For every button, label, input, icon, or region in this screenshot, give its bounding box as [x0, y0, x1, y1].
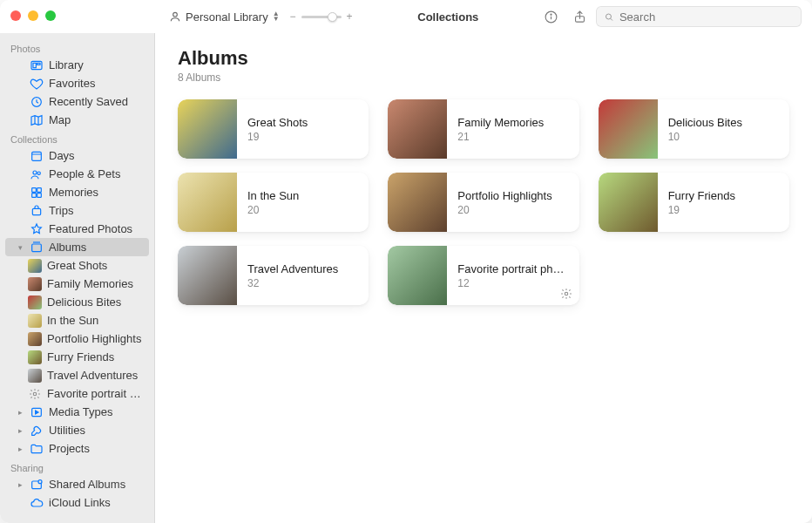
- album-card[interactable]: Favorite portrait photos 12: [388, 246, 579, 305]
- zoom-knob[interactable]: [328, 12, 337, 22]
- sidebar-item-trips[interactable]: Trips: [5, 201, 149, 220]
- share-button[interactable]: [572, 10, 587, 24]
- sidebar-album-portfolio-highlights[interactable]: Portfolio Highlights: [5, 329, 149, 348]
- svg-rect-18: [37, 193, 42, 197]
- map-icon: [30, 113, 44, 127]
- gear-icon: [28, 387, 42, 401]
- svg-point-26: [565, 292, 568, 295]
- page-subtitle: 8 Albums: [178, 71, 789, 84]
- sidebar-album-favorite-portrait[interactable]: Favorite portrait photos: [5, 384, 149, 403]
- sidebar-item-albums[interactable]: ▾ Albums: [5, 238, 149, 256]
- album-thumb-icon: [28, 259, 42, 273]
- cloud-icon: [30, 496, 44, 510]
- album-card[interactable]: Delicious Bites 10: [599, 99, 789, 159]
- bag-icon: [30, 204, 44, 218]
- clock-icon: [30, 95, 44, 109]
- sidebar-item-label: Travel Adventures: [47, 369, 138, 382]
- sidebar-item-label: Memories: [49, 186, 98, 199]
- album-card[interactable]: Great Shots 19: [178, 99, 369, 159]
- toolbar-title: Collections: [417, 10, 478, 24]
- album-count: 21: [457, 131, 568, 143]
- album-card[interactable]: In the Sun 20: [178, 173, 369, 232]
- album-cover: [388, 246, 447, 305]
- search-field[interactable]: [596, 6, 802, 27]
- svg-point-22: [33, 392, 37, 396]
- album-card[interactable]: Travel Adventures 32: [178, 246, 369, 305]
- person-icon: [169, 10, 181, 23]
- sidebar-item-days[interactable]: Days: [5, 146, 149, 165]
- album-card[interactable]: Furry Friends 19: [599, 173, 789, 232]
- svg-point-13: [33, 171, 37, 174]
- album-title: Travel Adventures: [247, 262, 358, 275]
- album-thumb-icon: [28, 369, 42, 383]
- zoom-slider[interactable]: − +: [290, 10, 353, 23]
- album-thumb-icon: [28, 295, 42, 309]
- sidebar-item-label: In the Sun: [47, 314, 98, 327]
- app-window: Personal Library ▲▼ − + Collections Phot…: [0, 0, 812, 523]
- album-thumb-icon: [28, 314, 42, 328]
- sidebar-item-people-pets[interactable]: People & Pets: [5, 165, 149, 183]
- folder-icon: [30, 442, 44, 456]
- sidebar-item-shared-albums[interactable]: ▸ Shared Albums: [5, 475, 149, 493]
- sidebar-album-travel-adventures[interactable]: Travel Adventures: [5, 366, 149, 384]
- memories-icon: [30, 186, 44, 200]
- album-count: 12: [457, 277, 568, 289]
- sidebar-item-media-types[interactable]: ▸ Media Types: [5, 403, 149, 421]
- chevron-right-icon[interactable]: ▸: [16, 426, 24, 435]
- sidebar-album-great-shots[interactable]: Great Shots: [5, 256, 149, 275]
- sidebar: Photos Library Favorites Recently Saved …: [0, 33, 155, 523]
- section-sharing: Sharing: [0, 458, 154, 475]
- sidebar-album-delicious-bites[interactable]: Delicious Bites: [5, 293, 149, 311]
- album-title: Delicious Bites: [668, 116, 779, 129]
- sidebar-item-memories[interactable]: Memories: [5, 183, 149, 201]
- svg-line-6: [611, 18, 612, 20]
- sidebar-item-label: Albums: [49, 241, 86, 254]
- chevron-up-down-icon: ▲▼: [273, 11, 280, 22]
- section-collections: Collections: [0, 129, 154, 146]
- sidebar-item-library[interactable]: Library: [5, 56, 149, 74]
- sidebar-item-recently-saved[interactable]: Recently Saved: [5, 92, 149, 111]
- sidebar-item-icloud-links[interactable]: iCloud Links: [5, 493, 149, 512]
- sidebar-item-favorites[interactable]: Favorites: [5, 74, 149, 92]
- chevron-right-icon[interactable]: ▸: [16, 480, 24, 489]
- sidebar-item-utilities[interactable]: ▸ Utilities: [5, 421, 149, 439]
- page-title: Albums: [178, 47, 789, 70]
- info-button[interactable]: [544, 10, 558, 24]
- album-card[interactable]: Portfolio Highlights 20: [388, 173, 579, 232]
- search-input[interactable]: [619, 10, 794, 24]
- sidebar-item-map[interactable]: Map: [5, 111, 149, 129]
- zoom-track[interactable]: [301, 16, 342, 18]
- sidebar-item-label: Portfolio Highlights: [47, 332, 141, 345]
- album-count: 20: [457, 204, 568, 216]
- sidebar-album-in-the-sun[interactable]: In the Sun: [5, 311, 149, 329]
- album-title: Furry Friends: [668, 189, 779, 202]
- chevron-right-icon[interactable]: ▸: [16, 445, 24, 453]
- sidebar-item-label: Favorites: [49, 77, 95, 90]
- album-count: 32: [247, 277, 358, 289]
- svg-point-14: [37, 172, 40, 174]
- sidebar-item-projects[interactable]: ▸ Projects: [5, 439, 149, 458]
- sidebar-item-label: Favorite portrait photos: [47, 387, 142, 400]
- svg-rect-16: [37, 187, 42, 192]
- sidebar-album-family-memories[interactable]: Family Memories: [5, 275, 149, 293]
- chevron-right-icon[interactable]: ▸: [16, 408, 24, 417]
- sidebar-item-featured-photos[interactable]: Featured Photos: [5, 220, 149, 238]
- album-card[interactable]: Family Memories 21: [388, 99, 579, 159]
- svg-rect-19: [32, 208, 40, 214]
- gear-icon[interactable]: [560, 288, 572, 300]
- star-icon: [30, 222, 44, 236]
- album-count: 19: [668, 204, 779, 216]
- chevron-down-icon[interactable]: ▾: [16, 243, 24, 252]
- album-cover: [388, 99, 447, 159]
- people-icon: [30, 167, 44, 181]
- zoom-plus[interactable]: +: [347, 10, 353, 23]
- sidebar-item-label: Delicious Bites: [47, 295, 121, 309]
- album-title: Portfolio Highlights: [457, 189, 568, 202]
- sidebar-album-furry-friends[interactable]: Furry Friends: [5, 348, 149, 366]
- album-title: Family Memories: [457, 116, 568, 129]
- svg-point-0: [173, 12, 178, 17]
- svg-point-3: [551, 14, 551, 15]
- library-switcher[interactable]: Personal Library ▲▼: [166, 9, 283, 25]
- zoom-minus[interactable]: −: [290, 10, 296, 23]
- svg-point-5: [606, 14, 611, 19]
